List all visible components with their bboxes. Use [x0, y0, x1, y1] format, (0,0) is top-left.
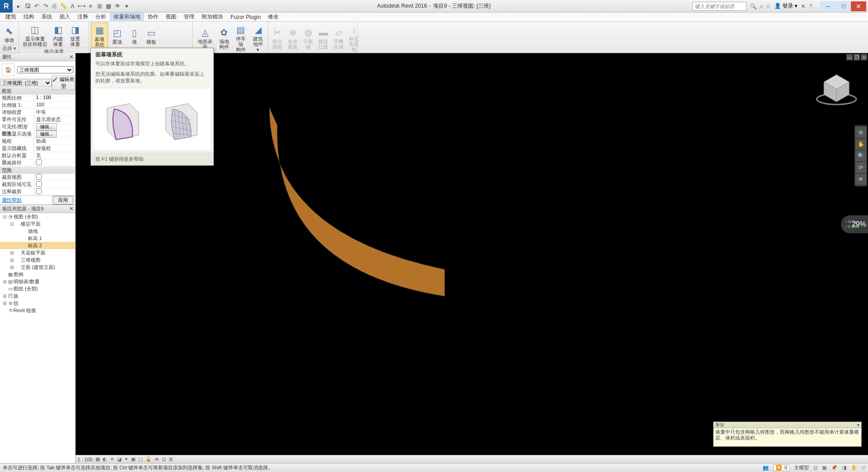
- close-icon[interactable]: ✕: [69, 54, 73, 60]
- scale-label[interactable]: 1 : 100: [77, 457, 93, 462]
- zoom-icon[interactable]: 🔍: [855, 150, 866, 161]
- property-value[interactable]: 显示原状态: [34, 116, 75, 123]
- print-icon[interactable]: ⎙: [50, 2, 59, 10]
- ribbon-button[interactable]: ▯墙: [126, 26, 142, 45]
- ribbon-button[interactable]: ✿场地构件: [217, 25, 231, 50]
- property-value[interactable]: 编辑...: [34, 131, 75, 137]
- property-value[interactable]: 中等: [34, 109, 75, 116]
- tree-item[interactable]: 标高 1: [0, 235, 75, 242]
- tree-item[interactable]: ⊞天花板平面: [0, 249, 75, 256]
- view-minimize-button[interactable]: —: [846, 54, 853, 60]
- warning-expand-icon[interactable]: ▾: [857, 422, 859, 427]
- section-icon[interactable]: ⊞: [95, 2, 104, 10]
- ribbon-button[interactable]: ◨放置体量: [67, 23, 83, 48]
- lookat-icon[interactable]: 👁: [855, 174, 866, 185]
- ribbon-button[interactable]: ◬地形表面: [194, 25, 216, 50]
- tree-expander-icon[interactable]: ⊞: [2, 293, 7, 299]
- tab-collaborate[interactable]: 协作: [144, 12, 162, 22]
- property-checkbox[interactable]: [36, 174, 42, 180]
- orbit-icon[interactable]: ⟳: [855, 162, 866, 173]
- temp-hide-icon[interactable]: 👁: [154, 457, 159, 462]
- tab-systems[interactable]: 系统: [38, 12, 56, 22]
- property-value[interactable]: 编辑...: [34, 123, 75, 130]
- open-icon[interactable]: ▸: [14, 2, 23, 10]
- redo-icon[interactable]: ↷: [41, 2, 50, 10]
- ribbon-button[interactable]: ▦幕墙系统: [91, 23, 108, 49]
- property-section-header[interactable]: 范围: [0, 167, 75, 174]
- exchange-icon[interactable]: ✕: [801, 3, 805, 9]
- main-model-label[interactable]: 主模型: [794, 464, 809, 471]
- ribbon-button[interactable]: ▭楼板: [143, 26, 159, 45]
- tree-item[interactable]: 场地: [0, 227, 75, 235]
- tree-item[interactable]: ⊞▤明细表/数量: [0, 278, 75, 285]
- tree-item[interactable]: ⊞三维视图: [0, 256, 75, 263]
- tree-item[interactable]: ⊟楼层平面: [0, 220, 75, 227]
- rendering-icon[interactable]: ✦: [124, 456, 128, 462]
- tree-item[interactable]: 标高 2: [0, 242, 75, 249]
- property-checkbox[interactable]: [36, 181, 42, 187]
- close-icon[interactable]: ✕: [69, 206, 73, 212]
- tree-expander-icon[interactable]: ⊞: [2, 300, 7, 306]
- property-value[interactable]: [34, 174, 75, 181]
- tree-item[interactable]: ⊞凹族: [0, 292, 75, 300]
- tree-item[interactable]: ▦图例: [0, 271, 75, 278]
- tree-expander-icon[interactable]: ⊟: [2, 214, 7, 220]
- app-menu-button[interactable]: R: [0, 0, 13, 13]
- select-links-icon[interactable]: ⊡: [814, 465, 818, 471]
- edit-type-button[interactable]: 🖉 编辑类型: [52, 76, 75, 90]
- visual-style-icon[interactable]: ◐: [103, 456, 107, 462]
- tab-addins[interactable]: 附加模块: [198, 12, 227, 22]
- help-icon[interactable]: ?: [809, 3, 812, 9]
- tab-annotate[interactable]: 注释: [74, 12, 92, 22]
- property-value[interactable]: 按规程: [34, 145, 75, 152]
- property-input[interactable]: [36, 95, 73, 100]
- tree-item[interactable]: ⊟◔视图 (全部): [0, 213, 75, 220]
- property-checkbox[interactable]: [36, 159, 42, 165]
- tree-expander-icon[interactable]: ⊟: [9, 221, 14, 227]
- binoculars-icon[interactable]: 🔍: [750, 3, 757, 9]
- undo-icon[interactable]: ↶: [32, 2, 41, 10]
- properties-help-link[interactable]: 属性帮助: [2, 197, 22, 204]
- measure-icon[interactable]: 📏: [59, 2, 68, 10]
- workset-icon[interactable]: 👥: [763, 465, 769, 471]
- tab-massing-site[interactable]: 体量和场地: [110, 12, 144, 22]
- property-value[interactable]: [34, 159, 75, 166]
- fullnav-wheel-icon[interactable]: ⊚: [855, 127, 866, 138]
- tab-structure[interactable]: 结构: [20, 12, 38, 22]
- unlock-icon[interactable]: 🔓: [145, 456, 152, 462]
- tab-architecture[interactable]: 建筑: [2, 12, 20, 22]
- ribbon-button[interactable]: ▤停车场构件: [232, 23, 249, 53]
- ribbon-button[interactable]: ⬉修改: [2, 24, 17, 44]
- save-icon[interactable]: 🖫: [23, 2, 32, 10]
- drag-elements-icon[interactable]: ✋: [851, 465, 857, 471]
- align-icon[interactable]: ≡: [86, 2, 95, 10]
- property-value[interactable]: 协调: [34, 138, 75, 145]
- property-value[interactable]: [34, 188, 75, 195]
- detail-level-icon[interactable]: ▦: [95, 456, 100, 462]
- switch-windows-icon[interactable]: ▾: [122, 2, 131, 10]
- tree-item[interactable]: ⟲Revit 链接: [0, 307, 75, 314]
- tree-expander-icon[interactable]: ⊞: [9, 264, 14, 270]
- tree-item[interactable]: ⊞立面 (建筑立面): [0, 263, 75, 271]
- tab-view[interactable]: 视图: [162, 12, 180, 22]
- tree-expander-icon[interactable]: ⊞: [9, 257, 14, 263]
- property-value[interactable]: [34, 95, 75, 101]
- tab-modify[interactable]: 修改: [264, 12, 282, 22]
- close-hidden-icon[interactable]: 👁: [113, 2, 122, 10]
- property-value[interactable]: 100: [34, 102, 75, 109]
- tree-item[interactable]: ▭图纸 (全部): [0, 285, 75, 292]
- model-geometry[interactable]: [265, 107, 535, 305]
- close-button[interactable]: ✕: [851, 1, 866, 11]
- tab-manage[interactable]: 管理: [180, 12, 198, 22]
- crop-visible-icon[interactable]: ▢: [138, 456, 143, 462]
- property-edit-button[interactable]: 编辑...: [36, 131, 57, 138]
- search-input[interactable]: [692, 2, 746, 11]
- select-pinned-icon[interactable]: 📌: [831, 465, 837, 471]
- property-edit-button[interactable]: 编辑...: [36, 123, 57, 131]
- tree-expander-icon[interactable]: ⊞: [2, 279, 7, 285]
- pan-icon[interactable]: ✋: [855, 139, 866, 150]
- ribbon-button[interactable]: ◧内建体量: [50, 23, 66, 48]
- tab-insert[interactable]: 插入: [56, 12, 74, 22]
- ribbon-button[interactable]: ◢建筑地坪 ▾: [250, 23, 266, 53]
- constraints-icon[interactable]: ⊞: [169, 456, 173, 462]
